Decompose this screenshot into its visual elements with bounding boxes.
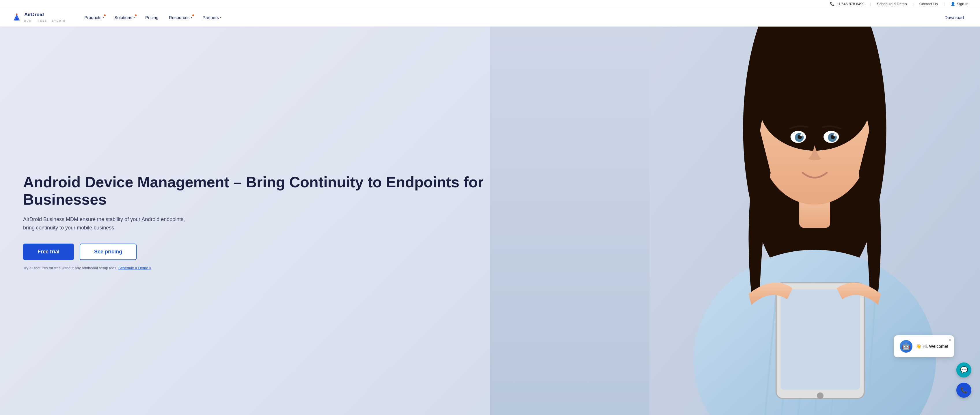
nav-products-dot	[104, 14, 106, 16]
hero-buttons: Free trial See pricing	[23, 243, 522, 260]
svg-rect-26	[781, 289, 860, 390]
logo-sub: Busi · ness · Studio	[24, 20, 66, 22]
svg-point-27	[817, 393, 824, 399]
divider-2: |	[912, 2, 913, 6]
hero-title: Android Device Management – Bring Contin…	[23, 174, 522, 208]
nav-products-chevron: ▾	[102, 16, 104, 19]
nav-download[interactable]: Download	[940, 13, 969, 22]
chat-bot-icon: 🤖	[900, 340, 912, 353]
header: 📞 +1 646 878 6499 | Schedule a Demo | Co…	[0, 0, 980, 27]
logo-text-group: AirDroid Busi · ness · Studio	[24, 12, 66, 23]
contact-us-link[interactable]: Contact Us	[920, 2, 938, 6]
nav-resources-dot	[192, 14, 194, 16]
divider-3: |	[943, 2, 945, 6]
nav-resources-chevron: ▾	[191, 16, 192, 19]
nav-solutions-dot	[135, 14, 137, 16]
logo-brand: AirDroid	[24, 12, 66, 17]
sign-in-link[interactable]: 👤 Sign In	[951, 2, 969, 6]
chat-popup[interactable]: 🤖 👋 Hi, Welcome! ×	[894, 335, 954, 357]
schedule-demo-link[interactable]: Schedule a Demo	[877, 2, 907, 6]
nav-pricing[interactable]: Pricing	[141, 13, 163, 22]
main-nav: AirDroid Busi · ness · Studio Products ▾…	[0, 8, 980, 27]
nav-partners[interactable]: Partners ▾	[198, 13, 226, 22]
chat-widget-button[interactable]: 💬	[956, 363, 971, 377]
hero-note: Try all features for free without any ad…	[23, 266, 522, 270]
chat-widget-icon: 💬	[960, 366, 968, 374]
phone-icon: 📞	[830, 2, 834, 6]
nav-resources[interactable]: Resources ▾	[164, 13, 197, 22]
divider-1: |	[870, 2, 871, 6]
user-icon: 👤	[951, 2, 955, 6]
nav-products[interactable]: Products ▾	[80, 13, 108, 22]
nav-solutions-chevron: ▾	[134, 16, 135, 19]
hero-content: Android Device Management – Bring Contin…	[0, 151, 539, 293]
call-widget-button[interactable]: 📞	[956, 383, 971, 398]
nav-partners-chevron: ▾	[220, 16, 221, 19]
hero-subtitle: AirDroid Business MDM ensure the stabili…	[23, 215, 196, 232]
nav-solutions[interactable]: Solutions ▾	[110, 13, 140, 22]
nav-items: Products ▾ Solutions ▾ Pricing Resources…	[80, 13, 969, 22]
schedule-demo-hero-link[interactable]: Schedule a Demo >	[118, 266, 151, 270]
svg-point-16	[760, 63, 870, 151]
header-top-bar: 📞 +1 646 878 6499 | Schedule a Demo | Co…	[0, 0, 980, 8]
see-pricing-button[interactable]: See pricing	[80, 243, 137, 260]
svg-point-2	[16, 14, 18, 15]
call-widget-icon: 📞	[960, 387, 967, 394]
svg-point-23	[800, 134, 803, 137]
chat-popup-close-button[interactable]: ×	[949, 338, 951, 342]
logo[interactable]: AirDroid Busi · ness · Studio	[11, 12, 66, 23]
logo-icon	[11, 12, 22, 22]
phone-number[interactable]: 📞 +1 646 878 6499	[830, 2, 864, 6]
free-trial-button[interactable]: Free trial	[23, 243, 74, 260]
hero-section: Android Device Management – Bring Contin…	[0, 0, 980, 415]
chat-popup-greeting: 👋 Hi, Welcome!	[916, 344, 948, 349]
svg-point-24	[833, 134, 836, 137]
